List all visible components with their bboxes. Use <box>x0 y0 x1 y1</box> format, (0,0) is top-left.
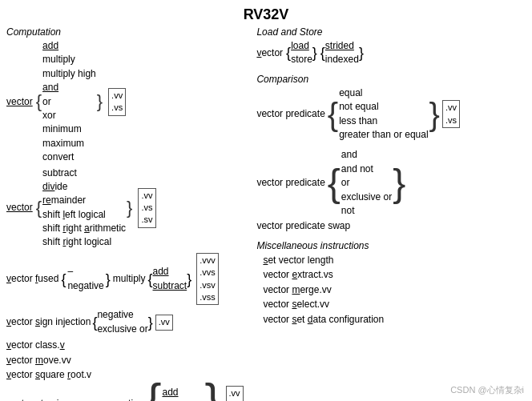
brace-right-ls: } <box>312 42 317 63</box>
suffix-vvv: .vvv <box>200 255 216 267</box>
suffix-box-atomic: .vv .vs <box>226 386 244 401</box>
computation-label: Computation <box>6 26 248 38</box>
brace-right-atomic: } <box>204 384 220 401</box>
ls-items2: strided indexed <box>325 39 359 67</box>
item-indexed: indexed <box>325 53 359 66</box>
vector-ls-label: vector <box>256 46 283 60</box>
vector-fused-label: vector fused <box>6 272 58 286</box>
negative-label: –negative <box>67 265 103 293</box>
suffix-group2: .vv .vs .sv <box>135 188 155 228</box>
misc-set-dc: vector set data configuration <box>263 312 526 327</box>
addsub-items: add subtract <box>153 265 187 293</box>
item-pl-not: not <box>341 204 392 218</box>
item-remainder: remainder <box>42 194 126 207</box>
item-xor: xor <box>42 109 96 122</box>
suffix-a-vv: .vv <box>229 387 240 399</box>
item-not-equal: not equal <box>339 100 428 114</box>
vector-label-2: vector <box>6 201 33 215</box>
item-or: or <box>42 95 96 109</box>
brace-right-ls2: } <box>359 42 364 63</box>
item-add: add <box>42 39 96 53</box>
sign-injection-row: vector sign injection { negative exclusi… <box>6 308 248 336</box>
item-multiply-high: multiply high <box>42 67 96 81</box>
brace-right-cmp: } <box>429 103 440 126</box>
item-fadd: add <box>153 265 187 279</box>
item-equal: equal <box>339 86 428 100</box>
brace-left-cmp: { <box>328 103 338 126</box>
suffix-vs-2: .vs <box>141 202 152 214</box>
brace-right-sign: } <box>148 312 153 333</box>
sign-label: vector sign injection <box>6 315 91 329</box>
item-gte: greater than or equal <box>339 128 428 142</box>
load-store-row: vector { load store } { strided indexed … <box>256 39 526 67</box>
predicate-logical-section: vector predicate { and and not or exclus… <box>256 148 526 233</box>
suffix-vv-1: .vv <box>111 90 123 102</box>
item-store: store <box>291 53 312 66</box>
brace-left-pl: { <box>328 170 341 197</box>
right-column: Load and Store vector { load store } { s… <box>248 26 526 391</box>
watermark: CSDN @心情复杂i <box>450 384 524 396</box>
brace-left-2: { <box>36 199 42 217</box>
brace-left-1: { <box>36 93 42 110</box>
item-fsub: subtract <box>153 279 187 293</box>
atomic-items: add and or swap xor minimum maximum <box>162 386 204 401</box>
misc-label: Miscellaneous instructions <box>256 240 526 251</box>
suffix-vs-1: .vs <box>111 102 123 114</box>
suffix-cmp-vv: .vv <box>445 102 457 114</box>
atomic-suffix: .vv .vs <box>224 386 244 401</box>
suffix-vsv: .vsv <box>200 279 216 291</box>
suffix-sign-vv: .vv <box>159 316 170 328</box>
fused-suffix: .vvv .vvs .vsv .vss <box>194 253 219 306</box>
comparison-label: Comparison <box>256 74 526 85</box>
item-and: and <box>42 81 96 94</box>
sign-negative: negative <box>97 308 147 322</box>
comparison-row: vector predicate { equal not equal less … <box>256 86 526 142</box>
move-vv-row: vector move.vv <box>6 353 248 368</box>
cmp-items: equal not equal less than greater than o… <box>339 86 428 142</box>
pred-swap-row: vector predicate swap <box>256 219 526 233</box>
suffix-vvs: .vvs <box>200 267 216 279</box>
item-divide: divide <box>42 180 126 194</box>
item-subtract: subtract <box>42 166 126 180</box>
misc-select: vector select.vv <box>263 297 526 312</box>
vp-comparison-label: vector predicate <box>256 107 324 121</box>
group1-items: add multiply multiply high and or xor mi… <box>42 39 96 165</box>
suffix-box-1: .vv .vs <box>108 88 126 116</box>
item-maximum: maximum <box>42 137 96 150</box>
pl-items: and and not or exclusive or not <box>341 148 392 218</box>
item-sra: shift right arithmetic <box>42 222 126 235</box>
load-store-section: Load and Store vector { load store } { s… <box>256 26 526 67</box>
brace-right-1: } <box>97 93 103 110</box>
suffix-sv-2: .sv <box>141 214 152 226</box>
brace-left-atomic: { <box>145 384 161 401</box>
brace-right-neg: } <box>106 269 111 290</box>
brace-right-addsub: } <box>187 269 191 290</box>
item-load: load <box>291 39 312 53</box>
class-v-row: vector class.v <box>6 338 248 353</box>
comparison-section: Comparison vector predicate { equal not … <box>256 74 526 142</box>
left-column: Computation vector { add multiply multip… <box>6 26 248 391</box>
item-pl-and: and <box>341 148 392 162</box>
item-pl-andnot: and not <box>341 162 392 176</box>
misc-section: Miscellaneous instructions set vector le… <box>256 240 526 327</box>
item-convert: convert <box>42 150 96 164</box>
pred-logical-row: vector predicate { and and not or exclus… <box>256 148 526 218</box>
item-pl-or: or <box>341 176 392 190</box>
sign-items: negative exclusive or <box>97 308 147 336</box>
vector-label-1: vector <box>6 95 33 109</box>
suffix-box-fused: .vvv .vvs .vsv .vss <box>196 253 219 306</box>
suffix-box-cmp: .vv .vs <box>442 100 460 128</box>
item-a-add: add <box>162 386 204 399</box>
vp-logical-label: vector predicate <box>256 176 324 190</box>
item-multiply: multiply <box>42 53 96 66</box>
brace-left-neg: { <box>61 269 66 290</box>
load-store-label: Load and Store <box>256 26 526 38</box>
group2-items: subtract divide remainder shift left log… <box>42 166 126 250</box>
item-srl: shift right logical <box>42 235 126 249</box>
atomic-row: vector atomic memory operation { add and… <box>6 386 248 401</box>
atomic-label: vector atomic memory operation <box>6 397 143 401</box>
sign-xor: exclusive or <box>97 323 147 336</box>
content-area: Computation vector { add multiply multip… <box>6 26 526 391</box>
brace-right-2: } <box>127 199 132 217</box>
misc-extract: vector extract.vs <box>263 267 526 283</box>
